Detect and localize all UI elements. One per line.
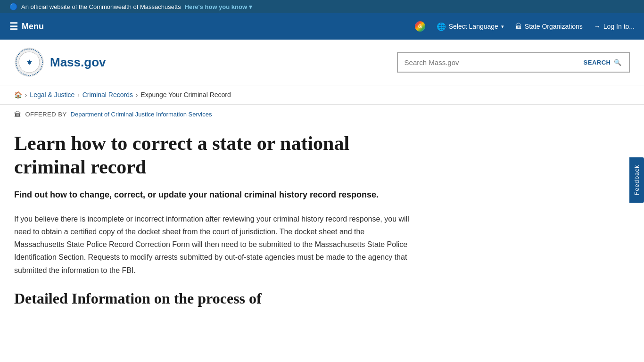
feedback-wrapper: Feedback [629,157,644,205]
department-link[interactable]: Department of Criminal Justice Informati… [71,111,212,118]
seal-icon: 🔵 [9,3,17,10]
breadcrumb-home-link[interactable]: 🏠 [14,91,22,99]
breadcrumb-sep-2: › [77,91,79,99]
nav-bar: ☰ Menu G 🌐 Select Language ▾ 🏛 State Org… [0,13,644,40]
breadcrumb-sep-1: › [25,91,27,99]
globe-icon: 🌐 [437,22,446,31]
mass-seal: ⚜ [14,47,44,77]
google-translate-icon: G [415,21,425,32]
search-area: SEARCH 🔍 [397,52,630,73]
search-icon: 🔍 [614,59,622,66]
page-body: If you believe there is incomplete or in… [14,213,410,277]
offered-by-label: OFFERED BY [25,111,67,118]
state-organizations-label: State Organizations [525,23,583,30]
section-title: Detailed Information on the process of [14,290,410,307]
logo-text: Mass.gov [50,55,106,70]
chevron-down-icon: ▾ [249,3,252,10]
login-label: Log In to... [603,23,635,30]
page-subtitle: Find out how to change, correct, or upda… [14,189,410,201]
select-language-button[interactable]: 🌐 Select Language ▾ [437,22,504,31]
breadcrumb: 🏠 › Legal & Justice › Criminal Records ›… [0,85,644,105]
state-organizations-button[interactable]: 🏛 State Organizations [515,23,583,30]
logo-link[interactable]: ⚜ Mass.gov [14,47,106,77]
heres-how-link[interactable]: Here's how you know ▾ [185,3,252,10]
login-icon: → [594,23,601,30]
feedback-button[interactable]: Feedback [629,157,644,203]
main-content: Learn how to correct a state or national… [0,122,424,326]
home-icon: 🏠 [14,91,22,99]
offered-by-bar: 🏛 OFFERED BY Department of Criminal Just… [0,105,644,122]
site-header: ⚜ Mass.gov SEARCH 🔍 [0,40,644,85]
building-icon: 🏛 [515,23,522,30]
nav-left: ☰ Menu [9,21,44,32]
language-chevron-icon: ▾ [501,24,504,30]
login-button[interactable]: → Log In to... [594,23,635,30]
top-banner: 🔵 An official website of the Commonwealt… [0,0,644,13]
breadcrumb-current: Expunge Your Criminal Record [140,91,231,99]
hamburger-icon: ☰ [9,21,18,32]
breadcrumb-sep-3: › [136,91,138,99]
search-input[interactable] [397,52,576,73]
page-title: Learn how to correct a state or national… [14,132,410,179]
svg-text:⚜: ⚜ [26,59,33,66]
nav-right: G 🌐 Select Language ▾ 🏛 State Organizati… [415,21,635,32]
heres-how-text: Here's how you know [185,3,247,10]
select-language-label: Select Language [449,23,498,30]
department-icon: 🏛 [14,110,22,118]
menu-button[interactable]: ☰ Menu [9,21,44,32]
official-text: An official website of the Commonwealth … [21,3,181,10]
menu-label: Menu [22,22,44,32]
breadcrumb-criminal-records-link[interactable]: Criminal Records [83,91,133,99]
search-button[interactable]: SEARCH 🔍 [576,52,630,73]
search-button-label: SEARCH [584,59,611,66]
breadcrumb-legal-justice-link[interactable]: Legal & Justice [30,91,74,99]
